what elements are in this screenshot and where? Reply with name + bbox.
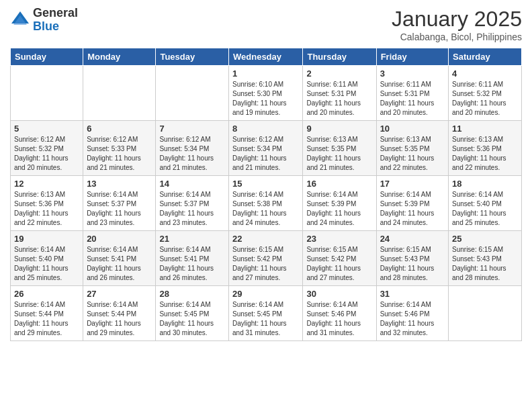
day-number: 28 [159, 289, 225, 299]
day-number: 30 [306, 289, 372, 299]
calendar-cell: 5Sunrise: 6:12 AM Sunset: 5:32 PM Daylig… [11, 121, 83, 176]
day-number: 9 [306, 124, 372, 134]
calendar-cell: 7Sunrise: 6:12 AM Sunset: 5:34 PM Daylig… [156, 121, 229, 176]
day-info: Sunrise: 6:12 AM Sunset: 5:34 PM Dayligh… [232, 135, 299, 173]
col-sunday: Sunday [11, 48, 83, 66]
logo-text: General Blue [33, 7, 78, 34]
day-info: Sunrise: 6:14 AM Sunset: 5:38 PM Dayligh… [232, 190, 299, 228]
day-info: Sunrise: 6:14 AM Sunset: 5:41 PM Dayligh… [87, 245, 152, 283]
day-info: Sunrise: 6:14 AM Sunset: 5:37 PM Dayligh… [159, 190, 225, 228]
calendar-header-row: Sunday Monday Tuesday Wednesday Thursday… [11, 48, 522, 66]
logo-blue-text: Blue [33, 20, 78, 34]
calendar-cell: 16Sunrise: 6:14 AM Sunset: 5:39 PM Dayli… [303, 176, 376, 231]
header: General Blue January 2025 Calabanga, Bic… [10, 7, 522, 42]
calendar-cell: 12Sunrise: 6:13 AM Sunset: 5:36 PM Dayli… [11, 176, 83, 231]
calendar-cell: 17Sunrise: 6:14 AM Sunset: 5:39 PM Dayli… [376, 176, 448, 231]
day-info: Sunrise: 6:13 AM Sunset: 5:35 PM Dayligh… [380, 135, 445, 173]
day-number: 5 [14, 124, 79, 134]
calendar-cell [449, 286, 522, 341]
day-info: Sunrise: 6:13 AM Sunset: 5:36 PM Dayligh… [14, 190, 79, 228]
day-number: 24 [380, 234, 445, 244]
col-wednesday: Wednesday [229, 48, 303, 66]
day-info: Sunrise: 6:14 AM Sunset: 5:41 PM Dayligh… [159, 245, 225, 283]
logo-icon [10, 10, 30, 30]
calendar-week-row-1: 5Sunrise: 6:12 AM Sunset: 5:32 PM Daylig… [11, 121, 522, 176]
calendar-cell: 18Sunrise: 6:14 AM Sunset: 5:40 PM Dayli… [449, 176, 522, 231]
day-number: 15 [232, 179, 299, 189]
day-info: Sunrise: 6:13 AM Sunset: 5:35 PM Dayligh… [306, 135, 372, 173]
calendar-cell: 15Sunrise: 6:14 AM Sunset: 5:38 PM Dayli… [229, 176, 303, 231]
calendar-cell: 2Sunrise: 6:11 AM Sunset: 5:31 PM Daylig… [303, 66, 376, 121]
day-info: Sunrise: 6:14 AM Sunset: 5:44 PM Dayligh… [87, 300, 152, 338]
day-info: Sunrise: 6:14 AM Sunset: 5:37 PM Dayligh… [87, 190, 152, 228]
calendar-cell: 19Sunrise: 6:14 AM Sunset: 5:40 PM Dayli… [11, 231, 83, 286]
logo-general-text: General [33, 7, 78, 20]
calendar-cell: 27Sunrise: 6:14 AM Sunset: 5:44 PM Dayli… [83, 286, 156, 341]
calendar-week-row-2: 12Sunrise: 6:13 AM Sunset: 5:36 PM Dayli… [11, 176, 522, 231]
day-number: 14 [159, 179, 225, 189]
day-number: 10 [380, 124, 445, 134]
day-info: Sunrise: 6:15 AM Sunset: 5:43 PM Dayligh… [380, 245, 445, 283]
day-number: 6 [87, 124, 152, 134]
calendar-cell: 4Sunrise: 6:11 AM Sunset: 5:32 PM Daylig… [449, 66, 522, 121]
location-subtitle: Calabanga, Bicol, Philippines [392, 32, 522, 42]
day-number: 27 [87, 289, 152, 299]
calendar-cell: 28Sunrise: 6:14 AM Sunset: 5:45 PM Dayli… [156, 286, 229, 341]
day-number: 2 [306, 68, 372, 79]
day-number: 19 [14, 234, 79, 244]
col-tuesday: Tuesday [156, 48, 229, 66]
day-info: Sunrise: 6:11 AM Sunset: 5:31 PM Dayligh… [306, 80, 372, 118]
day-number: 17 [380, 179, 445, 189]
calendar-cell: 31Sunrise: 6:14 AM Sunset: 5:46 PM Dayli… [376, 286, 448, 341]
calendar-cell: 14Sunrise: 6:14 AM Sunset: 5:37 PM Dayli… [156, 176, 229, 231]
day-number: 8 [232, 124, 299, 134]
day-number: 1 [232, 68, 299, 79]
calendar-cell [11, 66, 83, 121]
day-number: 23 [306, 234, 372, 244]
calendar-cell: 29Sunrise: 6:14 AM Sunset: 5:45 PM Dayli… [229, 286, 303, 341]
page: General Blue January 2025 Calabanga, Bic… [0, 0, 532, 411]
calendar-body: 1Sunrise: 6:10 AM Sunset: 5:30 PM Daylig… [11, 66, 522, 341]
calendar-cell: 25Sunrise: 6:15 AM Sunset: 5:43 PM Dayli… [449, 231, 522, 286]
calendar-cell: 21Sunrise: 6:14 AM Sunset: 5:41 PM Dayli… [156, 231, 229, 286]
calendar-cell: 11Sunrise: 6:13 AM Sunset: 5:36 PM Dayli… [449, 121, 522, 176]
day-number: 3 [380, 68, 445, 79]
day-info: Sunrise: 6:14 AM Sunset: 5:40 PM Dayligh… [452, 190, 518, 228]
calendar-cell: 6Sunrise: 6:12 AM Sunset: 5:33 PM Daylig… [83, 121, 156, 176]
month-title: January 2025 [392, 7, 522, 32]
day-info: Sunrise: 6:14 AM Sunset: 5:46 PM Dayligh… [306, 300, 372, 338]
day-number: 4 [452, 68, 518, 79]
day-number: 12 [14, 179, 79, 189]
day-number: 13 [87, 179, 152, 189]
day-number: 26 [14, 289, 79, 299]
day-info: Sunrise: 6:14 AM Sunset: 5:40 PM Dayligh… [14, 245, 79, 283]
day-info: Sunrise: 6:14 AM Sunset: 5:44 PM Dayligh… [14, 300, 79, 338]
calendar-cell: 30Sunrise: 6:14 AM Sunset: 5:46 PM Dayli… [303, 286, 376, 341]
day-number: 29 [232, 289, 299, 299]
day-info: Sunrise: 6:12 AM Sunset: 5:32 PM Dayligh… [14, 135, 79, 173]
calendar-cell [83, 66, 156, 121]
calendar-cell: 9Sunrise: 6:13 AM Sunset: 5:35 PM Daylig… [303, 121, 376, 176]
calendar-week-row-0: 1Sunrise: 6:10 AM Sunset: 5:30 PM Daylig… [11, 66, 522, 121]
calendar-cell: 13Sunrise: 6:14 AM Sunset: 5:37 PM Dayli… [83, 176, 156, 231]
day-info: Sunrise: 6:11 AM Sunset: 5:31 PM Dayligh… [380, 80, 445, 118]
day-info: Sunrise: 6:14 AM Sunset: 5:45 PM Dayligh… [232, 300, 299, 338]
col-thursday: Thursday [303, 48, 376, 66]
day-number: 25 [452, 234, 518, 244]
title-area: January 2025 Calabanga, Bicol, Philippin… [392, 7, 522, 42]
day-info: Sunrise: 6:14 AM Sunset: 5:39 PM Dayligh… [380, 190, 445, 228]
day-info: Sunrise: 6:10 AM Sunset: 5:30 PM Dayligh… [232, 80, 299, 118]
col-monday: Monday [83, 48, 156, 66]
day-info: Sunrise: 6:12 AM Sunset: 5:33 PM Dayligh… [87, 135, 152, 173]
day-info: Sunrise: 6:14 AM Sunset: 5:39 PM Dayligh… [306, 190, 372, 228]
calendar-cell: 26Sunrise: 6:14 AM Sunset: 5:44 PM Dayli… [11, 286, 83, 341]
calendar-cell [156, 66, 229, 121]
calendar-cell: 1Sunrise: 6:10 AM Sunset: 5:30 PM Daylig… [229, 66, 303, 121]
day-info: Sunrise: 6:11 AM Sunset: 5:32 PM Dayligh… [452, 80, 518, 118]
day-info: Sunrise: 6:13 AM Sunset: 5:36 PM Dayligh… [452, 135, 518, 173]
calendar-cell: 3Sunrise: 6:11 AM Sunset: 5:31 PM Daylig… [376, 66, 448, 121]
calendar-week-row-3: 19Sunrise: 6:14 AM Sunset: 5:40 PM Dayli… [11, 231, 522, 286]
day-number: 11 [452, 124, 518, 134]
calendar-table: Sunday Monday Tuesday Wednesday Thursday… [10, 48, 522, 341]
col-saturday: Saturday [449, 48, 522, 66]
